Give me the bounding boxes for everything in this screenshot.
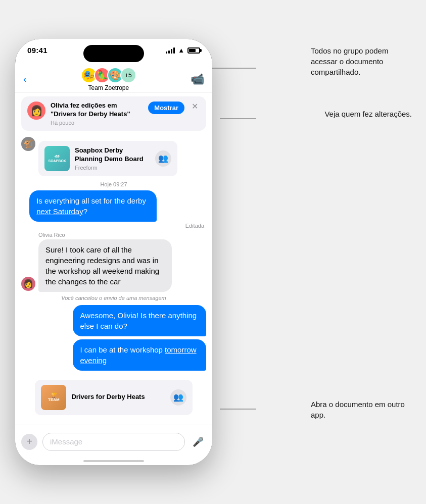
doc-thumb-2: 🏆 TEAM (41, 385, 66, 410)
input-placeholder: iMessage (50, 437, 82, 446)
annotation-middle: Veja quem fez alterações. (324, 109, 412, 119)
sender-name: Olivia Rico (38, 232, 206, 238)
sent-message-2: Awesome, Olivia! Is there anything else … (21, 305, 206, 336)
doc-share-button[interactable]: 👥 (155, 150, 171, 167)
sent-message-3: I can be at the workshop tomorrow evenin… (21, 339, 206, 371)
conversation-title: Team Zoetrope (88, 84, 129, 91)
bubble-text: Is everything all set for the derby (36, 196, 146, 205)
annotation-middle-text: Veja quem fez alterações. (324, 109, 412, 119)
doc-info-2: Drivers for Derby Heats (71, 393, 165, 401)
back-button[interactable]: ‹ (23, 73, 27, 85)
system-message: Você cancelou o envio de uma mensagem (21, 295, 206, 301)
message-input[interactable]: iMessage (42, 433, 185, 451)
status-time: 09:41 (27, 46, 48, 55)
mic-button[interactable]: 🎤 (190, 434, 206, 450)
messages-content: 👩 Olivia fez edições em "Drivers for Der… (15, 92, 212, 425)
doc-subtitle: Freeform (75, 165, 150, 171)
sent-message-1: Is everything all set for the derby next… (21, 190, 206, 229)
bubble-text: Awesome, Olivia! Is there anything else … (80, 311, 197, 330)
notification-avatar: 👩 (27, 102, 45, 120)
nav-center[interactable]: 🎭 🦜 🎨 +5 Team Zoetrope (81, 67, 136, 91)
signal-icon (166, 47, 175, 54)
sender-avatar: 🐒 (21, 137, 35, 151)
input-bar: + iMessage 🎤 (15, 425, 212, 465)
dynamic-island (83, 45, 144, 62)
notification-time: Há pouco (51, 120, 143, 126)
notification-content: Olivia fez edições em "Drivers for Derby… (51, 102, 143, 126)
bubble-received-1: Sure! I took care of all the engineering… (38, 239, 172, 292)
annotation-bottom-text: Abra o documento em outro app. (311, 399, 412, 420)
notification-close-button[interactable]: ✕ (190, 102, 200, 111)
doc-title-2: Drivers for Derby Heats (71, 393, 165, 401)
message-row: 🐒 🏎 SOAPBOX Soapbox Derby Planning Demo … (21, 137, 206, 176)
notification-show-button[interactable]: Mostrar (148, 102, 184, 114)
olivia-avatar: 👩 (21, 277, 35, 291)
bubble-sent-3: I can be at the workshop tomorrow evenin… (73, 339, 206, 371)
bubble-text: I can be at the workshop (80, 345, 165, 354)
doc-share-button-2[interactable]: 👥 (170, 389, 186, 406)
group-avatars: 🎭 🦜 🎨 +5 (81, 67, 136, 83)
timestamp: Hoje 09:27 (21, 181, 206, 187)
annotation-top: Todos no grupo podem acessar o documento… (311, 45, 412, 77)
wifi-icon: ▲ (178, 46, 184, 54)
notification-title: Olivia fez edições em "Drivers for Derby… (51, 102, 143, 119)
battery-icon (187, 47, 200, 54)
received-message-1: 👩 Sure! I took care of all the engineeri… (21, 239, 206, 292)
notification-banner: 👩 Olivia fez edições em "Drivers for Der… (21, 96, 206, 131)
received-group: 🐒 🏎 SOAPBOX Soapbox Derby Planning Demo … (21, 137, 206, 176)
bubble-sent-2: Awesome, Olivia! Is there anything else … (73, 305, 206, 336)
annotation-top-text: Todos no grupo podem acessar o documento… (311, 45, 412, 77)
add-attachment-button[interactable]: + (21, 434, 37, 450)
edited-label: Editada (29, 223, 204, 229)
annotation-bottom: Abra o documento em outro app. (311, 399, 412, 420)
home-indicator (83, 460, 144, 462)
doc-card-1[interactable]: 🏎 SOAPBOX Soapbox Derby Planning Demo Bo… (38, 141, 177, 176)
phone-frame: 09:41 ▲ ‹ (15, 39, 212, 465)
doc-title: Soapbox Derby Planning Demo Board (75, 146, 150, 164)
nav-bar: ‹ 🎭 🦜 🎨 +5 Team Zoetrope 📹 (15, 66, 212, 92)
bubble-link[interactable]: next Saturday (36, 207, 83, 216)
bubble-text: Sure! I took care of all the engineering… (45, 245, 159, 286)
video-call-button[interactable]: 📹 (191, 73, 204, 86)
doc-thumbnail: 🏎 SOAPBOX (44, 146, 70, 171)
bubble-sent-1: Is everything all set for the derby next… (29, 190, 157, 222)
doc-card-2[interactable]: 🏆 TEAM Drivers for Derby Heats 👥 (35, 380, 192, 415)
doc-info: Soapbox Derby Planning Demo Board Freefo… (75, 146, 150, 171)
avatar-count: +5 (120, 67, 136, 83)
status-icons: ▲ (166, 46, 200, 54)
